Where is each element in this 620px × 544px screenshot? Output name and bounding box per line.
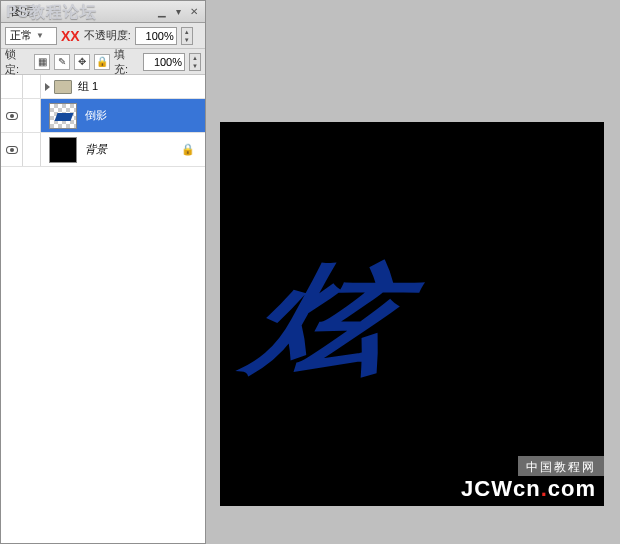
collapse-icon[interactable]: ▾ — [171, 6, 185, 18]
lock-paint-icon[interactable]: ✎ — [54, 54, 70, 70]
canvas-text-glyph: 炫 — [241, 240, 595, 376]
fill-input[interactable]: 100% — [143, 53, 185, 71]
minimize-icon[interactable]: ▁ — [155, 6, 169, 18]
opacity-input[interactable]: 100% — [135, 27, 177, 45]
blend-mode-dropdown[interactable]: 正常 ▼ — [5, 27, 57, 45]
layer-name-label: 背景 — [85, 142, 107, 157]
watermark-url-suffix: com — [548, 476, 596, 501]
opacity-label: 不透明度: — [84, 28, 131, 43]
layer-name-label: 倒影 — [85, 108, 107, 123]
layer-thumbnail[interactable] — [49, 103, 77, 129]
close-icon[interactable]: ✕ — [187, 6, 201, 18]
opacity-stepper[interactable]: ▲▼ — [181, 27, 193, 45]
layer-visibility-toggle[interactable] — [1, 133, 23, 166]
layer-link-col — [23, 133, 41, 166]
watermark-url-prefix: JCWcn — [461, 476, 541, 501]
lock-label: 锁定: — [5, 47, 30, 77]
xx-marker: XX — [61, 28, 80, 44]
layer-row-reflection[interactable]: 倒影 — [1, 99, 205, 133]
lock-icon-group: ▦ ✎ ✥ 🔒 — [34, 54, 110, 70]
layer-thumbnail[interactable] — [49, 137, 77, 163]
layer-visibility-toggle[interactable] — [1, 99, 23, 132]
chevron-down-icon: ▼ — [36, 31, 44, 40]
group-link-col — [23, 75, 41, 98]
lock-fill-row: 锁定: ▦ ✎ ✥ 🔒 填充: 100% ▲▼ — [1, 49, 205, 75]
lock-transparency-icon[interactable]: ▦ — [34, 54, 50, 70]
blend-mode-value: 正常 — [10, 28, 32, 43]
group-visibility-toggle[interactable] — [1, 75, 23, 98]
watermark-label: 中国教程网 — [518, 456, 604, 476]
folder-icon — [54, 80, 72, 94]
canvas: 炫 中国教程网 JCWcn.com — [220, 122, 604, 506]
watermark-dot: . — [541, 476, 548, 501]
lock-all-icon[interactable]: 🔒 — [94, 54, 110, 70]
fill-stepper[interactable]: ▲▼ — [189, 53, 201, 71]
group-expand-arrow-icon[interactable] — [45, 83, 50, 91]
layer-row-background[interactable]: 背景 🔒 — [1, 133, 205, 167]
lock-move-icon[interactable]: ✥ — [74, 54, 90, 70]
blend-opacity-row: 正常 ▼ XX 不透明度: 100% ▲▼ — [1, 23, 205, 49]
group-name: 组 1 — [78, 79, 98, 94]
eye-icon — [6, 146, 18, 154]
eye-icon — [6, 112, 18, 120]
panel-window-controls: ▁ ▾ ✕ — [155, 6, 201, 18]
lock-icon: 🔒 — [181, 143, 195, 156]
layer-group-row[interactable]: 组 1 — [1, 75, 205, 99]
forum-overlay-title: PS教程论坛 — [6, 2, 97, 23]
layer-link-col — [23, 99, 41, 132]
watermark-url: JCWcn.com — [461, 476, 596, 502]
layers-panel: 图层 ▁ ▾ ✕ 正常 ▼ XX 不透明度: 100% ▲▼ 锁定: ▦ ✎ ✥… — [0, 0, 206, 544]
layer-list: 组 1 倒影 背景 🔒 — [1, 75, 205, 543]
fill-label: 填充: — [114, 47, 139, 77]
